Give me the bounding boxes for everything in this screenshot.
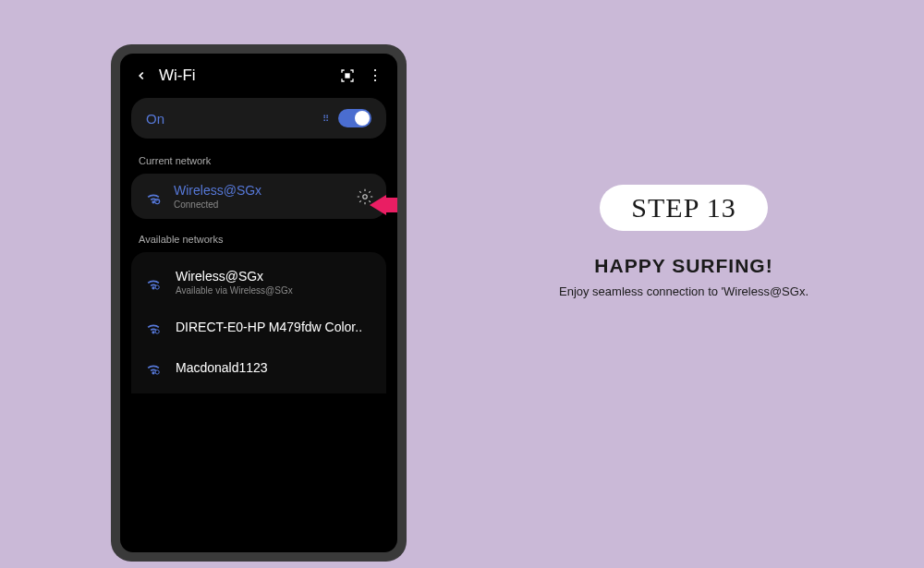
current-network-name: Wireless@SGx [174, 183, 346, 198]
page-title: Wi-Fi [159, 66, 329, 85]
svg-point-6 [152, 332, 154, 333]
grid-icon[interactable]: ⠿ [322, 114, 329, 124]
qr-scan-icon[interactable] [340, 68, 355, 83]
available-networks-list: Wireless@SGx Available via Wireless@SGx … [131, 252, 386, 393]
svg-point-4 [152, 287, 154, 289]
device-screen: Wi-Fi ⋮ On ⠿ Current network [120, 54, 397, 552]
wifi-state-label: On [146, 111, 164, 127]
current-network-status: Connected [174, 199, 346, 210]
wifi-icon [144, 318, 163, 336]
network-sub: Available via Wireless@SGx [176, 285, 373, 296]
wifi-icon [144, 358, 163, 377]
instruction-subtitle: Enjoy seamless connection to 'Wireless@S… [499, 284, 869, 298]
network-name: Wireless@SGx [176, 269, 373, 284]
svg-point-8 [152, 372, 154, 374]
network-name: Macdonald1123 [176, 360, 373, 375]
svg-rect-0 [346, 74, 349, 78]
more-icon[interactable]: ⋮ [368, 68, 383, 83]
network-item[interactable]: Wireless@SGx Available via Wireless@SGx [131, 258, 386, 307]
wifi-icon [144, 273, 163, 292]
step-badge: STEP 13 [600, 185, 767, 231]
settings-header: Wi-Fi ⋮ [131, 66, 386, 85]
svg-point-9 [155, 370, 159, 374]
current-network-card[interactable]: Wireless@SGx Connected [131, 174, 386, 219]
instruction-panel: STEP 13 HAPPY SURFING! Enjoy seamless co… [499, 185, 869, 298]
wifi-icon [144, 187, 163, 206]
tablet-frame: Wi-Fi ⋮ On ⠿ Current network [111, 44, 407, 562]
svg-point-5 [155, 284, 159, 288]
wifi-toggle[interactable] [338, 109, 371, 127]
instruction-title: HAPPY SURFING! [499, 255, 869, 277]
network-item[interactable]: Macdonald1123 [131, 347, 386, 388]
svg-point-1 [152, 201, 154, 203]
network-item[interactable]: DIRECT-E0-HP M479fdw Color.. [131, 307, 386, 347]
svg-point-7 [155, 330, 159, 333]
svg-point-3 [363, 194, 368, 199]
pointer-arrow-icon [370, 195, 397, 215]
back-icon[interactable] [135, 69, 148, 82]
available-networks-label: Available networks [131, 234, 386, 245]
wifi-toggle-row: On ⠿ [131, 98, 386, 139]
current-network-label: Current network [131, 155, 386, 166]
network-name: DIRECT-E0-HP M479fdw Color.. [176, 320, 373, 334]
gear-icon[interactable] [357, 188, 373, 205]
